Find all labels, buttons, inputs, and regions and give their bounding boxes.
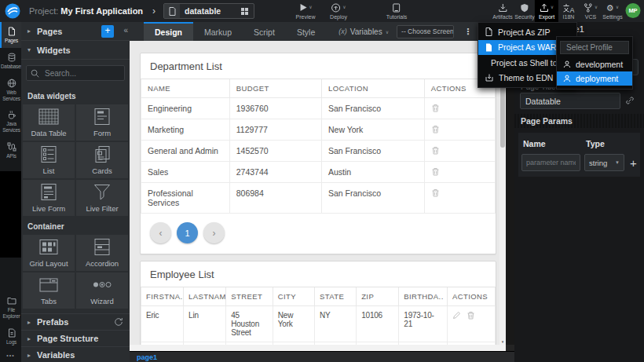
rail-item-web-services[interactable]: Web Services — [0, 74, 21, 106]
search-icon — [31, 69, 39, 78]
rail-item-apis[interactable]: APIs — [0, 137, 21, 163]
delete-row-icon[interactable] — [431, 188, 440, 197]
table-row[interactable]: General and Admin1452570San Francisco — [141, 141, 496, 162]
pagination-page-1[interactable]: 1 — [177, 222, 198, 243]
user-avatar[interactable]: MP — [626, 3, 641, 18]
table-row[interactable]: EricLin45 Houston StreetNew YorkNY101061… — [141, 306, 496, 342]
delete-row-icon[interactable] — [431, 146, 440, 155]
page-selector[interactable]: datatable — [163, 3, 254, 19]
left-icon-rail: Pages Databases Web Services Java Servic… — [0, 22, 21, 362]
widget-grid-layout[interactable]: Grid Layout — [23, 235, 75, 271]
param-name-input[interactable] — [521, 154, 580, 171]
rail-item-logs[interactable]: Logs — [0, 324, 21, 349]
tab-design[interactable]: Design — [144, 22, 193, 41]
col-header[interactable]: BUDGET — [229, 79, 321, 98]
data-widgets-grid: Data Table Form List Cards Live Form Liv… — [23, 104, 128, 216]
widget-live-filter[interactable]: Live Filter — [76, 180, 128, 216]
col-header[interactable]: STREET — [226, 287, 273, 306]
widget-list[interactable]: List — [23, 142, 75, 178]
tab-style[interactable]: Style — [286, 22, 326, 41]
submenu-item-deployment[interactable]: deployment — [557, 71, 632, 86]
scroll-down-arrow-icon[interactable]: ▾ — [499, 339, 506, 344]
col-header[interactable]: BIRTHDA.. — [399, 287, 448, 306]
tab-markup[interactable]: Markup — [193, 22, 243, 41]
preview-button[interactable]: ∨ Preview — [292, 0, 320, 22]
i18n-button[interactable]: A I18N — [559, 0, 579, 22]
table-row[interactable]: Sales2743744Austin — [141, 162, 496, 183]
department-list-widget[interactable]: Department List NAME BUDGET LOCATION ACT… — [140, 53, 496, 254]
delete-row-icon[interactable] — [431, 125, 440, 133]
screen-size-select[interactable]: -- Choose Screen Size -- ▼ — [397, 25, 454, 38]
page-selector-value: datatable — [185, 6, 221, 16]
file-icon — [485, 43, 492, 52]
widget-tabs[interactable]: Tabs — [23, 272, 75, 309]
widget-accordion[interactable]: Accordion — [76, 235, 128, 271]
collapse-panel-icon[interactable]: « — [123, 26, 128, 35]
wavemaker-logo-icon[interactable] — [5, 3, 20, 19]
variables-dropdown[interactable]: (x) Variables ∨ — [338, 27, 389, 36]
widget-form[interactable]: Form — [76, 104, 128, 141]
col-header[interactable]: LASTNAME — [184, 287, 226, 306]
delete-row-icon[interactable] — [467, 311, 475, 320]
design-canvas: Design Markup Script Style (x) Variables… — [130, 22, 514, 362]
kebab-menu-icon[interactable]: ⋮ — [463, 27, 472, 37]
refresh-prefabs-icon[interactable] — [114, 317, 123, 327]
widget-cards[interactable]: Cards — [76, 142, 128, 178]
col-header[interactable]: FIRSTNA.. — [141, 287, 184, 306]
submenu-item-development[interactable]: development — [557, 57, 632, 71]
widget-wizard[interactable]: Wizard — [76, 272, 128, 309]
col-header[interactable]: NAME — [141, 79, 230, 98]
profile-icon — [563, 75, 571, 82]
rail-item-file-explorer[interactable]: File Explorer — [0, 291, 21, 324]
page-structure-section-header[interactable]: ▸ Page Structure — [21, 330, 130, 346]
chevron-down-icon: ∨ — [386, 29, 389, 35]
table-title: Employee List — [141, 261, 496, 287]
widget-data-table[interactable]: Data Table — [23, 104, 75, 141]
widgets-panel: ▸ Pages + « ▾ Widgets Data widgets Data … — [21, 22, 130, 362]
rail-more-icon[interactable]: ••• — [0, 349, 21, 362]
prefabs-section-header[interactable]: ▸ Prefabs — [21, 313, 130, 330]
triangle-right-icon: ▸ — [27, 27, 37, 35]
rail-item-databases[interactable]: Databases — [0, 48, 21, 74]
variables-section-header[interactable]: ▸ Variables — [21, 346, 130, 362]
tutorials-button[interactable]: Tutorials — [382, 0, 412, 22]
pages-section-header[interactable]: ▸ Pages + « — [21, 22, 130, 41]
col-header[interactable]: CITY — [273, 287, 314, 306]
employee-list-widget[interactable]: Employee List FIRSTNA.. LASTNAME STREET … — [140, 261, 496, 345]
table-row[interactable]: Marketing1129777New York — [141, 119, 496, 141]
project-label: Project: — [29, 6, 58, 16]
col-header[interactable]: ZIP — [357, 287, 399, 306]
col-header[interactable]: LOCATION — [322, 79, 425, 98]
add-page-button[interactable]: + — [101, 25, 114, 38]
bottom-page-tab[interactable]: page1 — [130, 353, 157, 361]
link-icon[interactable] — [625, 96, 635, 105]
employee-table: FIRSTNA.. LASTNAME STREET CITY STATE ZIP… — [141, 287, 496, 345]
rail-item-java-services[interactable]: Java Services — [0, 105, 21, 137]
pagination-prev[interactable]: ‹ — [150, 222, 171, 243]
gear-icon: ⚙ — [606, 3, 614, 13]
pagination-next[interactable]: › — [203, 222, 225, 243]
add-param-button[interactable]: + — [630, 156, 637, 170]
canvas-horizontal-scrollbar[interactable] — [130, 345, 506, 351]
page-title-input[interactable] — [520, 93, 620, 109]
table-row[interactable]: Engineering1936760San Francisco — [141, 98, 496, 119]
delete-row-icon[interactable] — [431, 104, 440, 112]
breadcrumb-chevron-icon: › — [152, 5, 156, 16]
tab-script[interactable]: Script — [243, 22, 286, 41]
widget-live-form[interactable]: Live Form — [23, 180, 75, 216]
deploy-button[interactable]: ∨ Deploy — [326, 0, 351, 22]
col-header[interactable]: STATE — [314, 287, 356, 306]
chevron-down-icon: ∨ — [551, 3, 554, 11]
edit-row-icon[interactable] — [452, 311, 461, 320]
widget-search-input[interactable] — [43, 68, 120, 79]
delete-row-icon[interactable] — [431, 167, 440, 176]
export-button[interactable]: ∨ Export — [535, 0, 558, 22]
table-row[interactable]: Professional Services806984San Francisco — [141, 183, 496, 214]
col-header[interactable]: ACTIONS — [448, 287, 496, 306]
settings-button[interactable]: ⚙∨ Settings — [598, 0, 626, 22]
widgets-section-header[interactable]: ▾ Widgets — [21, 41, 130, 60]
wavemaker-studio: Project: My First Application › datatabl… — [0, 0, 644, 362]
page-switcher-grid-icon[interactable] — [241, 8, 248, 15]
rail-item-pages[interactable]: Pages — [0, 22, 21, 48]
param-type-select[interactable]: string ▼ — [584, 154, 624, 171]
